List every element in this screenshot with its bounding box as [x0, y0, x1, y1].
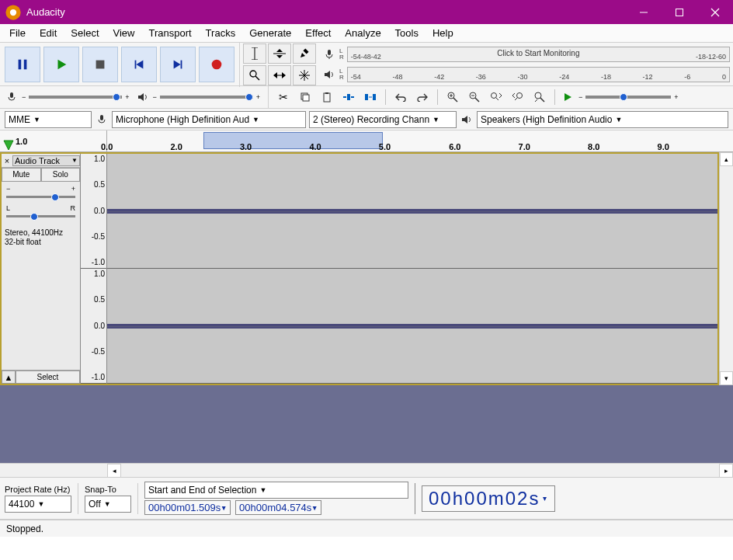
audio-host-combo[interactable]: MME▼	[5, 111, 92, 128]
play-at-speed-button[interactable]	[560, 89, 575, 105]
paste-button[interactable]	[317, 89, 337, 106]
play-meter-lr-label: LR	[339, 68, 344, 81]
fit-selection-button[interactable]	[486, 89, 506, 106]
menu-file[interactable]: File	[3, 26, 32, 40]
menu-tools[interactable]: Tools	[389, 26, 425, 40]
zoom-out-button[interactable]	[464, 89, 485, 106]
playback-speed-slider[interactable]	[585, 96, 671, 99]
track-collapse-button[interactable]: ▲	[2, 370, 16, 384]
cut-button[interactable]: ✂	[273, 89, 294, 106]
menu-view[interactable]: View	[107, 26, 141, 40]
selection-end-field[interactable]: 00h00m04.574s▾	[235, 500, 321, 515]
amp-tick: 0.0	[82, 322, 105, 330]
maximize-button[interactable]	[662, 0, 697, 24]
scroll-up-button[interactable]: ▴	[720, 152, 733, 166]
svg-rect-38	[303, 95, 309, 101]
solo-button[interactable]: Solo	[41, 168, 81, 182]
redo-button[interactable]	[412, 89, 433, 106]
trim-button[interactable]	[339, 89, 359, 106]
fit-project-button[interactable]	[508, 89, 528, 106]
timeline-selection[interactable]	[203, 132, 383, 149]
selection-tool[interactable]	[243, 43, 266, 64]
scroll-left-button[interactable]: ◂	[107, 464, 121, 477]
menu-tracks[interactable]: Tracks	[200, 26, 242, 40]
recording-volume-slider[interactable]	[29, 96, 122, 99]
playback-meter[interactable]: -54 -48 -42 -36 -30 -24 -18 -12 -6 0	[347, 67, 730, 82]
recording-device-combo[interactable]: Microphone (High Definition Aud▼	[112, 111, 306, 128]
menu-analyze[interactable]: Analyze	[339, 26, 387, 40]
ruler-tick: 7.0	[519, 142, 530, 151]
playback-device-value: Speakers (High Definition Audio	[481, 114, 612, 125]
meter-tick: -54	[351, 73, 361, 81]
timeshift-tool[interactable]	[268, 65, 291, 85]
skip-start-button[interactable]	[121, 47, 157, 82]
speaker-icon[interactable]	[322, 68, 336, 82]
zoom-in-button[interactable]	[443, 89, 463, 106]
menu-effect[interactable]: Effect	[299, 26, 337, 40]
selection-start-value: 00h00m01.509s	[148, 502, 221, 513]
meter-tick: -36	[476, 73, 486, 81]
track-menu-button[interactable]: Audio Track▼	[12, 155, 80, 166]
minimize-button[interactable]	[626, 0, 662, 24]
mic-icon[interactable]	[322, 47, 336, 61]
recording-device-value: Microphone (High Definition Aud	[116, 114, 249, 125]
menu-generate[interactable]: Generate	[243, 26, 297, 40]
stop-button[interactable]	[82, 47, 118, 82]
svg-line-50	[453, 98, 457, 102]
menu-help[interactable]: Help	[426, 26, 460, 40]
playback-volume-slider[interactable]	[160, 96, 253, 99]
gain-plus: +	[71, 185, 75, 193]
record-button[interactable]	[199, 47, 234, 82]
selection-start-field[interactable]: 00h00m01.509s▾	[144, 500, 231, 515]
ruler-tick: 9.0	[658, 142, 669, 151]
envelope-tool[interactable]	[268, 43, 291, 64]
svg-marker-8	[58, 59, 67, 69]
transport-toolbar	[0, 43, 239, 85]
track-select-button[interactable]: Select	[16, 370, 80, 384]
waveform-right-channel[interactable]	[107, 269, 717, 384]
mute-button[interactable]: Mute	[2, 168, 41, 182]
waveform-area[interactable]	[107, 154, 717, 384]
mic-device-icon	[95, 113, 109, 127]
svg-point-14	[212, 59, 222, 69]
audio-position-display[interactable]: 00h00m02s▾	[422, 485, 555, 512]
empty-track-area[interactable]	[0, 385, 733, 463]
horizontal-scrollbar[interactable]: ◂ ▸	[0, 463, 733, 477]
scroll-right-button[interactable]: ▸	[719, 464, 733, 477]
pause-button[interactable]	[5, 47, 40, 82]
project-rate-value: 44100	[9, 499, 34, 510]
skip-end-button[interactable]	[160, 47, 196, 82]
playback-device-combo[interactable]: Speakers (High Definition Audio▼	[477, 111, 728, 128]
pan-slider[interactable]	[6, 215, 75, 217]
pan-right-label: R	[71, 204, 76, 212]
zoom-toggle-button[interactable]	[530, 89, 550, 106]
draw-tool[interactable]	[293, 43, 316, 64]
vertical-scrollbar[interactable]: ▴ ▾	[719, 152, 733, 385]
snap-to-combo[interactable]: Off▼	[85, 496, 131, 513]
play-head-marker[interactable]	[3, 140, 14, 151]
menu-edit[interactable]: Edit	[33, 26, 63, 40]
zoom-tool[interactable]	[243, 65, 266, 85]
waveform-left-channel[interactable]	[107, 154, 717, 269]
audio-track: × Audio Track▼ Mute Solo −+ LR Stere	[0, 152, 719, 385]
play-button[interactable]	[43, 47, 79, 82]
tools-toolbar	[239, 42, 319, 87]
undo-button[interactable]	[391, 89, 411, 106]
gain-slider[interactable]	[6, 196, 75, 198]
menu-transport[interactable]: Transport	[142, 26, 197, 40]
project-rate-combo[interactable]: 44100▼	[5, 496, 71, 513]
selection-type-combo[interactable]: Start and End of Selection▼	[144, 482, 408, 499]
svg-marker-64	[4, 141, 13, 150]
track-close-button[interactable]: ×	[2, 156, 12, 165]
copy-button[interactable]	[295, 89, 315, 106]
multi-tool[interactable]	[293, 65, 316, 85]
svg-marker-21	[300, 53, 305, 57]
menu-select[interactable]: Select	[64, 26, 105, 40]
recording-channels-combo[interactable]: 2 (Stereo) Recording Chann▼	[309, 111, 457, 128]
timeline-ruler[interactable]: 1.0 0.0 2.0 3.0 4.0 5.0 6.0 7.0 8.0 9.0	[0, 130, 733, 152]
scroll-down-button[interactable]: ▾	[720, 371, 733, 385]
recording-meter[interactable]: -54 -48 -42 -18 -12 -6 0 Click to Start …	[347, 47, 730, 62]
meter-tick: -6	[716, 53, 722, 61]
silence-button[interactable]	[360, 89, 380, 106]
close-button[interactable]	[697, 0, 733, 24]
